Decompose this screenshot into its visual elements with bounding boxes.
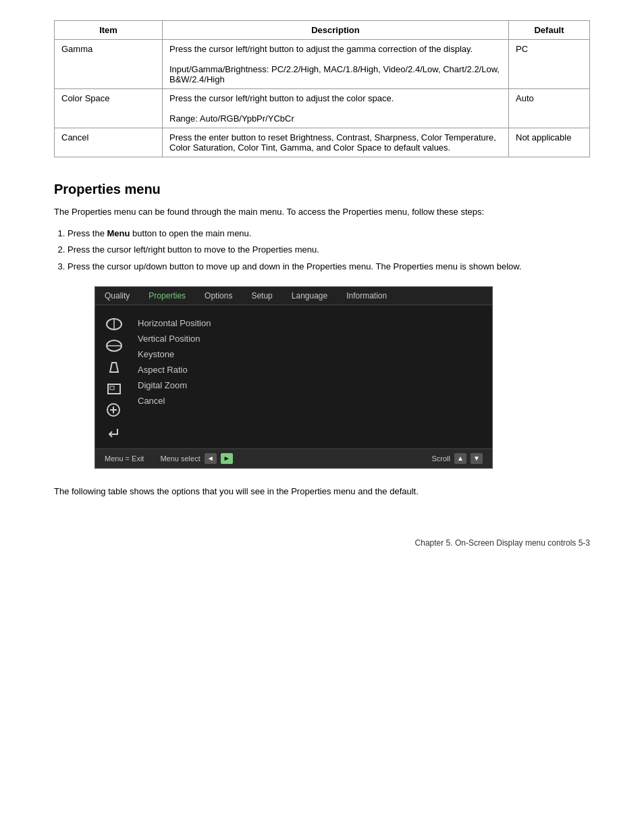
table-row: Cancel Press the enter button to reset B… [55,128,590,157]
default-cancel: Not applicable [509,128,590,157]
osd-footer-scroll: Scroll ▲ ▼ [431,453,483,464]
osd-menu-item-horizontal: Horizontal Position [132,316,492,330]
osd-nav-language: Language [282,287,337,305]
osd-nav-properties: Properties [139,287,195,305]
osd-nav-information: Information [337,287,396,305]
item-cancel: Cancel [55,128,163,157]
osd-footer-menu-select: Menu select ◄ ► [160,453,232,464]
vertical-position-icon [105,336,124,355]
osd-nav-bar: Quality Properties Options Setup Languag… [95,287,492,305]
table-row: Color Space Press the cursor left/right … [55,89,590,128]
desc-cancel: Press the enter button to reset Brightne… [163,128,509,157]
osd-menu: Quality Properties Options Setup Languag… [95,286,493,469]
step-2: Press the cursor left/right button to mo… [68,243,590,257]
col-header-item: Item [55,21,163,40]
osd-icon-column [95,312,132,442]
osd-nav-quality: Quality [95,287,139,305]
osd-menu-item-aspect: Aspect Ratio [132,363,492,377]
page-footer: Chapter 5. On-Screen Display menu contro… [54,538,590,548]
step-3: Press the cursor up/down button to move … [68,260,590,274]
osd-menu-item-zoom: Digital Zoom [132,378,492,392]
aspect-ratio-icon [105,380,124,398]
osd-body: Horizontal Position Vertical Position Ke… [95,305,492,448]
right-arrow-icon: ► [221,453,233,464]
col-header-description: Description [163,21,509,40]
default-color-space: Auto [509,89,590,128]
svg-rect-6 [110,386,114,390]
horizontal-position-icon [105,315,124,334]
col-header-default: Default [509,21,590,40]
osd-menu-item-keystone: Keystone [132,347,492,361]
digital-zoom-icon [105,401,124,420]
osd-menu-item-vertical: Vertical Position [132,332,492,346]
svg-marker-4 [110,363,118,372]
osd-menu-item-cancel: Cancel [132,394,492,408]
steps-list: Press the Menu button to open the main m… [68,227,590,274]
intro-text: The Properties menu can be found through… [54,205,590,219]
cancel-icon [105,423,124,442]
step-1: Press the Menu button to open the main m… [68,227,590,241]
osd-footer-menu-exit: Menu = Exit [105,454,144,463]
properties-table: Item Description Default Gamma Press the… [54,20,590,157]
osd-menu-items-column: Horizontal Position Vertical Position Ke… [132,312,492,442]
default-gamma: PC [509,40,590,89]
keystone-icon [105,358,124,377]
table-row: Gamma Press the cursor left/right button… [55,40,590,89]
section-title: Properties menu [54,182,590,197]
down-arrow-icon: ▼ [471,453,483,464]
osd-nav-options: Options [195,287,242,305]
item-gamma: Gamma [55,40,163,89]
desc-color-space: Press the cursor left/right button to ad… [163,89,509,128]
desc-gamma: Press the cursor left/right button to ad… [163,40,509,89]
osd-footer: Menu = Exit Menu select ◄ ► Scroll ▲ ▼ [95,448,492,468]
osd-nav-setup: Setup [242,287,281,305]
following-text: The following table shows the options th… [54,485,590,498]
up-arrow-icon: ▲ [454,453,466,464]
page-number: Chapter 5. On-Screen Display menu contro… [415,538,590,548]
properties-menu-section: Properties menu The Properties menu can … [54,182,590,498]
left-arrow-icon: ◄ [205,453,217,464]
item-color-space: Color Space [55,89,163,128]
